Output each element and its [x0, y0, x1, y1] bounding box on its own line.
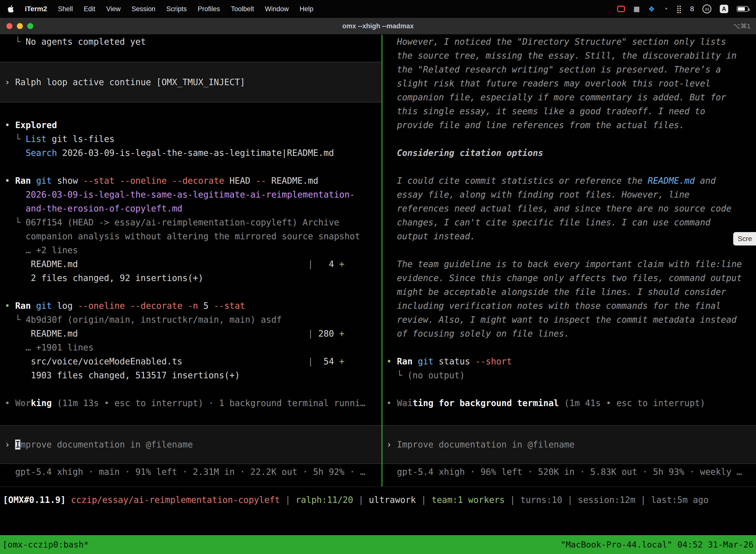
window-title-bar[interactable]: omx --xhigh --madmax ⌥⌘1: [0, 18, 756, 35]
terminal-line: • Waiting for background terminal (1m 41…: [386, 396, 705, 410]
text-segment: 280: [313, 329, 339, 339]
terminal-line: 2026-03-09-is-legal-the-same-as-legitima…: [5, 188, 355, 202]
text-segment: status: [434, 356, 476, 366]
window-manager-icon[interactable]: ▦: [633, 5, 640, 13]
menu-item-shell[interactable]: Shell: [58, 5, 73, 13]
menu-item-scripts[interactable]: Scripts: [166, 5, 187, 13]
text-segment: team:1 workers: [432, 495, 505, 505]
menu-item-help[interactable]: Help: [300, 5, 314, 13]
text-segment: └: [5, 134, 25, 144]
terminal-line: the "Related research writing" section i…: [386, 63, 721, 76]
left-prompt-text: › Improve documentation in @filename: [0, 438, 193, 451]
screen-recording-icon[interactable]: [617, 6, 625, 12]
text-segment: log: [52, 301, 78, 311]
text-segment: •: [386, 398, 397, 408]
terminal-line: evidence. Since this change only affects…: [386, 271, 742, 285]
screen-overlay-tab[interactable]: Scre: [733, 232, 756, 245]
terminal-line: src/voice/voiceModeEnabled.ts | 54 +: [5, 354, 344, 368]
text-segment: git: [36, 176, 52, 186]
text-segment: README.md: [5, 329, 308, 339]
text-segment: changes, I can't cite specific file line…: [386, 217, 710, 227]
text-segment: output instead.: [386, 231, 475, 241]
menu-item-toolbelt[interactable]: Toolbelt: [231, 5, 254, 13]
text-segment: Wai: [397, 398, 413, 408]
left-terminal-pane[interactable]: └ No agents completed yet• Explored └ Li…: [0, 35, 381, 487]
text-segment: ting for background terminal: [413, 398, 559, 408]
text-segment: companion file, especially if more comme…: [386, 92, 726, 102]
terminal-line: └ 067f154 (HEAD -> essay/ai-reimplementa…: [5, 215, 339, 229]
text-segment: gpt-5.4 xhigh · main · 91% left · 2.31M …: [5, 467, 365, 477]
terminal-line: this single essay, it seems like a good …: [386, 104, 705, 118]
terminal-line: provide file and line references from th…: [386, 118, 684, 132]
text-segment: Considering citation options: [386, 148, 543, 158]
right-terminal-pane[interactable]: However, I noticed the "Directory Struct…: [382, 35, 756, 487]
text-segment: | turns:10 | session:12m | last:5m ago: [505, 495, 709, 505]
close-button[interactable]: [6, 23, 12, 29]
inject-banner-text: › Ralph loop active continue [OMX_TMUX_I…: [0, 75, 245, 89]
text-segment: 2 files changed, 92 insertions(+): [5, 273, 203, 283]
text-segment: README.md: [5, 259, 308, 269]
menu-item-window[interactable]: Window: [265, 5, 289, 13]
terminal-line: might be acceptable alongside the file l…: [386, 285, 726, 299]
window-shortcut-hint: ⌥⌘1: [733, 22, 751, 30]
terminal-area: └ No agents completed yet• Explored └ Li…: [0, 35, 756, 554]
text-segment: └ 067f154 (HEAD -> essay/ai-reimplementa…: [5, 217, 339, 227]
menu-items: ShellEditViewSessionScriptsProfilesToolb…: [58, 5, 314, 13]
terminal-line: • Explored: [5, 118, 57, 132]
terminal-line: └ (no output): [386, 368, 465, 382]
menu-item-view[interactable]: View: [106, 5, 121, 13]
timer-knob-icon[interactable]: ◔: [663, 5, 668, 13]
text-segment: review. Also, I might want to inspect th…: [386, 315, 737, 325]
tmux-status-bar: [omx-cczip0:bash* "MacBook-Pro-44.local"…: [0, 535, 756, 554]
text-segment: [31, 176, 36, 186]
text-segment: No agents completed yet: [25, 37, 146, 47]
terminal-line: • Working (11m 13s • esc to interrupt) ·…: [5, 396, 365, 410]
text-segment: ultrawork: [369, 495, 416, 505]
keyboard-layout-icon[interactable]: 8: [690, 5, 694, 13]
left-prompt-input[interactable]: › Improve documentation in @filename: [0, 425, 381, 464]
input-source-icon[interactable]: A: [720, 5, 728, 13]
text-segment: Improve documentation in @filename: [397, 440, 574, 449]
menu-item-profiles[interactable]: Profiles: [198, 5, 220, 13]
menu-item-session[interactable]: Session: [131, 5, 155, 13]
menu-app-name[interactable]: iTerm2: [25, 5, 47, 13]
text-segment: 2026-03-09-is-legal-the-same-as-legitima…: [57, 148, 334, 158]
terminal-line: 1903 files changed, 513517 insertions(+): [5, 368, 240, 382]
text-segment: (11m 13s • esc to interrupt) · 1 backgro…: [52, 398, 365, 408]
text-segment: … +2 lines: [5, 245, 78, 255]
app-grid-icon[interactable]: ⣿: [676, 5, 682, 13]
text-segment: --short: [475, 356, 512, 366]
battery-icon[interactable]: [737, 6, 749, 12]
text-segment: the "Related research writing" section i…: [386, 64, 721, 74]
battery-percent-icon[interactable]: .61: [702, 4, 711, 13]
text-segment: |: [280, 495, 296, 505]
text-segment: --stat: [214, 301, 245, 311]
text-segment: gpt-5.4 xhigh · 96% left · 520K in · 5.8…: [386, 467, 742, 477]
text-segment: provide file and line references from th…: [386, 120, 684, 130]
text-segment: •: [5, 176, 15, 186]
terminal-line: … +1901 lines: [5, 340, 93, 354]
text-segment: --oneline --decorate -n: [78, 301, 198, 311]
tmux-host-time: "MacBook-Pro-44.local" 04:52 31-Mar-26: [561, 540, 754, 550]
text-segment: README.md: [266, 176, 318, 186]
text-segment: The team guideline is to back every impo…: [386, 259, 742, 269]
text-segment: 2026-03-09-is-legal-the-same-as-legitima…: [5, 189, 355, 200]
color-picker-icon[interactable]: ❖: [648, 5, 655, 13]
terminal-line: the source tree, missing the essay. Stil…: [386, 49, 737, 63]
right-prompt-input[interactable]: › Improve documentation in @filename: [382, 425, 756, 464]
text-segment: companion analysis without altering the …: [5, 231, 360, 241]
minimize-button[interactable]: [17, 23, 23, 29]
text-segment: [OMX#0.11.9]: [3, 495, 71, 505]
text-segment: README.md: [648, 176, 695, 186]
zoom-button[interactable]: [27, 23, 33, 29]
terminal-line: README.md | 280 +: [5, 327, 344, 340]
text-segment: +: [339, 329, 344, 339]
text-segment: I: [15, 440, 20, 449]
text-segment: •: [5, 301, 15, 311]
text-segment: git: [418, 356, 433, 366]
text-segment: |: [416, 495, 432, 505]
text-segment: git: [36, 301, 52, 311]
menu-item-edit[interactable]: Edit: [84, 5, 96, 13]
apple-menu-icon[interactable]: [7, 5, 14, 13]
right-pane-lines: However, I noticed the "Directory Struct…: [382, 35, 756, 487]
